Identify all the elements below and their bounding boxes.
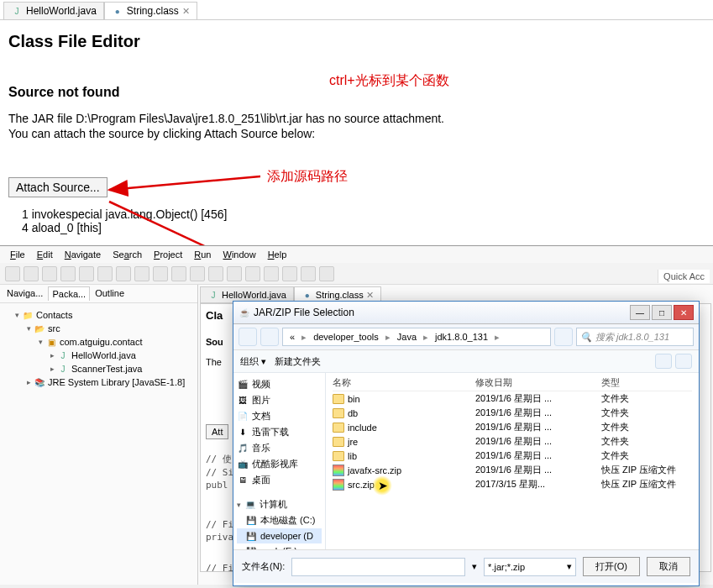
folder-icon [333,394,344,404]
side-tab-navigator[interactable]: Naviga... [3,286,46,301]
side-documents[interactable]: 📄文档 [237,408,322,424]
close-button[interactable]: ✕ [674,305,694,320]
file-row[interactable]: bin2019/1/6 星期日 ...文件夹 [333,391,692,406]
help-button[interactable] [675,354,692,369]
side-computer[interactable]: ▾💻计算机 [237,496,322,512]
menu-navigate[interactable]: Navigate [60,248,106,261]
toolbar-button[interactable] [227,266,242,281]
side-tab-outline[interactable]: Outline [92,286,128,301]
toolbar-button[interactable] [319,266,334,281]
toolbar-button[interactable] [134,266,149,281]
toolbar-button[interactable] [79,266,94,281]
expand-icon: ▾ [27,324,31,333]
download-icon: ⬇ [237,427,249,438]
side-label: 优酷影视库 [252,458,298,470]
file-name: lib [348,451,357,461]
toolbar-button[interactable] [245,266,260,281]
menu-run[interactable]: Run [189,248,216,261]
toolbar-button[interactable] [116,266,131,281]
file-row[interactable]: lib2019/1/6 星期日 ...文件夹 [333,449,692,463]
side-drive-d[interactable]: 💾developer (D [237,528,322,543]
file-date: 2019/1/6 星期日 ... [475,435,601,448]
bytecode-listing: 1 invokespecial java.lang.Object() [456]… [8,207,705,234]
organize-menu[interactable]: 组织 ▾ [240,355,266,368]
tab-stringclass[interactable]: ● String.class ✕ [104,2,197,19]
toolbar-button[interactable] [208,266,223,281]
maximize-button[interactable]: □ [652,305,672,320]
col-date[interactable]: 修改日期 [475,376,601,389]
tree-label: ScannerTest.java [71,364,142,374]
file-date: 2019/1/6 星期日 ... [475,464,601,476]
tree-package[interactable]: ▾▣com.atguigu.contact [3,335,194,349]
attach-source-button[interactable]: Attach Source... [8,177,107,197]
toolbar-button[interactable] [171,266,186,281]
menu-window[interactable]: Window [218,248,260,261]
side-drive-c[interactable]: 💾本地磁盘 (C:) [237,512,322,528]
tab-label: HelloWorld.java [222,290,286,300]
toolbar-button[interactable] [97,266,113,281]
cancel-button[interactable]: 取消 [647,557,690,576]
side-pictures[interactable]: 🖼图片 [237,392,322,408]
col-type[interactable]: 类型 [601,376,692,389]
side-desktop[interactable]: 🖥桌面 [237,472,322,488]
filename-input[interactable] [291,558,465,576]
crumb-java[interactable]: Java [394,332,420,342]
file-row[interactable]: include2019/1/6 星期日 ...文件夹 [333,420,692,434]
file-type: 快压 ZIP 压缩文件 [601,464,692,476]
breadcrumb[interactable]: « ▸ developer_tools ▸ Java ▸ jdk1.8.0_13… [282,328,551,346]
side-downloads[interactable]: ⬇迅雷下载 [237,424,322,440]
menu-edit[interactable]: Edit [32,248,58,261]
col-name[interactable]: 名称 [333,376,475,389]
close-icon[interactable]: ✕ [182,6,190,17]
tree-file-helloworld[interactable]: ▸JHelloWorld.java [3,349,194,362]
toolbar-button[interactable] [5,266,20,281]
toolbar-button[interactable] [264,266,279,281]
side-drive-e[interactable]: 💾work (E:) [237,543,322,549]
close-icon[interactable]: ✕ [366,290,374,301]
back-button[interactable] [239,328,257,346]
desktop-icon: 🖥 [237,475,249,486]
attach-button-small[interactable]: Att [206,424,228,439]
file-row[interactable]: javafx-src.zip2019/1/6 星期日 ...快压 ZIP 压缩文… [333,463,692,477]
toolbar-button[interactable] [301,266,316,281]
tab-helloworld[interactable]: J HelloWorld.java [3,2,104,19]
dialog-titlebar[interactable]: ☕ JAR/ZIP File Selection — □ ✕ [233,302,699,324]
crumb-overflow[interactable]: « [286,332,298,342]
menu-search[interactable]: Search [107,248,147,261]
side-video[interactable]: 🎬视频 [237,376,322,392]
filetype-select[interactable]: *.jar;*.zip▾ [484,558,576,576]
toolbar-button[interactable] [190,266,205,281]
toolbar-button[interactable] [60,266,76,281]
tree-jre[interactable]: ▸📚JRE System Library [JavaSE-1.8] [3,375,194,389]
side-tab-package[interactable]: Packa... [48,286,90,301]
crumb-jdk[interactable]: jdk1.8.0_131 [432,332,491,342]
toolbar-button[interactable] [24,266,39,281]
menu-file[interactable]: File [5,248,30,261]
tree-project[interactable]: ▾📁Contacts [3,308,194,322]
view-button[interactable] [655,354,672,369]
side-music[interactable]: 🎵音乐 [237,440,322,456]
refresh-button[interactable] [554,328,573,346]
forward-button[interactable] [260,328,279,346]
open-button[interactable]: 打开(O) [583,557,640,576]
toolbar-button[interactable] [282,266,297,281]
file-row[interactable]: db2019/1/6 星期日 ...文件夹 [333,406,692,420]
menu-help[interactable]: Help [263,248,292,261]
side-youku[interactable]: 📺优酷影视库 [237,456,322,472]
tree-src[interactable]: ▾📂src [3,322,194,335]
tree-file-scannertest[interactable]: ▸JScannerTest.java [3,362,194,375]
toolbar-button[interactable] [42,266,57,281]
file-type: 文件夹 [601,421,692,433]
list-header: 名称 修改日期 类型 [333,376,692,391]
document-icon: 📄 [237,411,249,423]
drive-icon: 💾 [245,530,257,542]
minimize-button[interactable]: — [630,305,650,320]
toolbar-button[interactable] [153,266,168,281]
crumb-devtools[interactable]: developer_tools [310,332,382,342]
dropdown-icon[interactable]: ▾ [472,561,477,572]
file-row[interactable]: jre2019/1/6 星期日 ...文件夹 [333,434,692,449]
dialog-search[interactable]: 🔍 搜索 jdk1.8.0_131 [576,328,694,346]
quick-access[interactable]: Quick Acc [658,270,710,283]
new-folder-button[interactable]: 新建文件夹 [275,355,321,368]
menu-project[interactable]: Project [149,248,187,261]
